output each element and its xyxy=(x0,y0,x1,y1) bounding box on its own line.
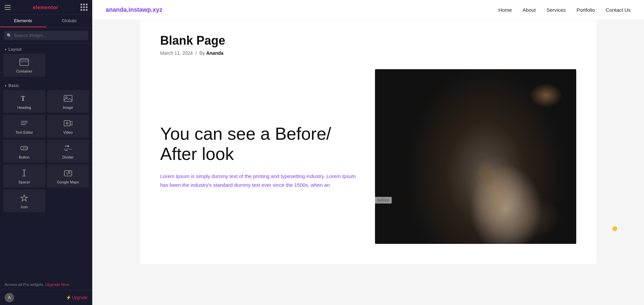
upgrade-now-link[interactable]: Upgrade Now xyxy=(45,282,69,287)
nav-home[interactable]: Home xyxy=(498,7,512,13)
heading-icon: T xyxy=(20,95,29,103)
sidebar: elementor Elements Globals 🔍 ▾ Layout xyxy=(0,0,92,305)
widget-video[interactable]: Video xyxy=(47,115,89,138)
layout-widgets-grid: Container xyxy=(0,54,92,80)
text-editor-label: Text Editor xyxy=(15,130,33,134)
search-bar: 🔍 xyxy=(0,28,92,44)
page-content: Blank Page March 11, 2024 / By Ananda Yo… xyxy=(140,20,596,264)
meta-sep: / xyxy=(196,50,197,56)
tab-elements[interactable]: Elements xyxy=(0,15,46,27)
svg-marker-11 xyxy=(66,123,68,124)
page-meta: March 11, 2024 / By Ananda xyxy=(160,50,576,56)
before-label: before xyxy=(375,197,392,204)
upgrade-button[interactable]: ⚡ Upgrade xyxy=(66,295,88,300)
two-col-layout: You can see a Before/ After look Lorem I… xyxy=(160,69,576,244)
nav-links: Home About Services Portfolio Contact Us xyxy=(498,7,631,13)
content-heading: You can see a Before/ After look xyxy=(160,124,362,164)
widget-button[interactable]: BTN Button xyxy=(3,140,45,163)
site-logo[interactable]: ananda.instawp.xyz xyxy=(106,6,162,13)
main-content: ananda.instawp.xyz Home About Services P… xyxy=(92,0,644,305)
sidebar-header: elementor xyxy=(0,0,92,15)
widget-heading[interactable]: T Heading xyxy=(3,90,45,113)
button-icon: BTN xyxy=(20,144,29,153)
sidebar-tabs: Elements Globals xyxy=(0,15,92,28)
nav-about[interactable]: About xyxy=(523,7,536,13)
section-basic-label: ▾ Basic xyxy=(0,80,92,90)
collapse-handle[interactable]: ‹ xyxy=(92,146,92,159)
nav-portfolio[interactable]: Portfolio xyxy=(577,7,595,13)
widget-divider[interactable]: Divider xyxy=(47,140,89,163)
image-column: before xyxy=(375,69,576,244)
google-maps-icon xyxy=(64,169,72,178)
button-label: Button xyxy=(19,155,30,159)
video-icon xyxy=(64,120,72,128)
svg-rect-4 xyxy=(64,95,72,101)
svg-marker-20 xyxy=(23,171,25,172)
text-editor-icon xyxy=(20,120,29,128)
site-nav: ananda.instawp.xyz Home About Services P… xyxy=(92,0,644,20)
nav-contact[interactable]: Contact Us xyxy=(606,7,631,13)
sidebar-bottom: A ⚡ Upgrade xyxy=(0,290,92,305)
widget-google-maps[interactable]: Google Maps xyxy=(47,165,89,187)
section-layout-label: ▾ Layout xyxy=(0,44,92,54)
icon-widget-icon xyxy=(20,194,29,203)
section-arrow-icon: ▾ xyxy=(5,48,6,51)
svg-rect-1 xyxy=(21,60,23,62)
widget-text-editor[interactable]: Text Editor xyxy=(3,115,45,138)
spacer-icon xyxy=(20,169,29,178)
svg-rect-2 xyxy=(25,60,28,62)
section-basic-arrow-icon: ▾ xyxy=(5,84,6,88)
svg-marker-14 xyxy=(68,145,69,147)
video-label: Video xyxy=(63,130,73,134)
search-input[interactable] xyxy=(4,31,88,40)
google-maps-label: Google Maps xyxy=(57,180,79,184)
divider-icon xyxy=(64,144,72,153)
sidebar-brand: elementor xyxy=(33,4,58,10)
meta-author: Ananda xyxy=(206,50,223,56)
widget-icon[interactable]: Icon xyxy=(3,189,45,212)
container-icon xyxy=(19,58,29,67)
search-icon: 🔍 xyxy=(7,33,12,38)
svg-text:T: T xyxy=(21,95,25,102)
avatar[interactable]: A xyxy=(5,293,14,302)
svg-marker-21 xyxy=(23,174,25,175)
widget-image[interactable]: Image xyxy=(47,90,89,113)
page-title: Blank Page xyxy=(160,34,576,48)
nav-services[interactable]: Services xyxy=(546,7,566,13)
lion-image: before xyxy=(375,69,576,244)
svg-text:BTN: BTN xyxy=(23,147,28,149)
hamburger-menu[interactable] xyxy=(5,5,11,10)
container-label: Container xyxy=(16,69,32,73)
icon-label: Icon xyxy=(21,205,28,209)
content-body: Lorem Ipsum is simply dummy text of the … xyxy=(160,172,362,189)
widget-container[interactable]: Container xyxy=(3,54,45,77)
image-icon xyxy=(64,95,72,103)
image-overlay xyxy=(375,69,576,244)
grid-apps-icon[interactable] xyxy=(80,4,88,11)
user-area: A xyxy=(5,293,14,302)
widget-spacer[interactable]: Spacer xyxy=(3,165,45,187)
meta-by: By xyxy=(199,50,205,56)
upgrade-notice: Access all Pro widgets. Upgrade Now xyxy=(0,280,92,290)
svg-point-23 xyxy=(68,171,70,173)
svg-rect-22 xyxy=(64,171,72,176)
heading-label: Heading xyxy=(17,105,31,110)
basic-widgets-grid: T Heading Image xyxy=(0,90,92,216)
image-label: Image xyxy=(63,105,73,110)
tab-globals[interactable]: Globals xyxy=(46,15,93,27)
spacer-label: Spacer xyxy=(18,180,30,184)
text-column: You can see a Before/ After look Lorem I… xyxy=(160,124,362,189)
divider-label: Divider xyxy=(62,155,74,159)
meta-date: March 11, 2024 xyxy=(160,50,193,56)
